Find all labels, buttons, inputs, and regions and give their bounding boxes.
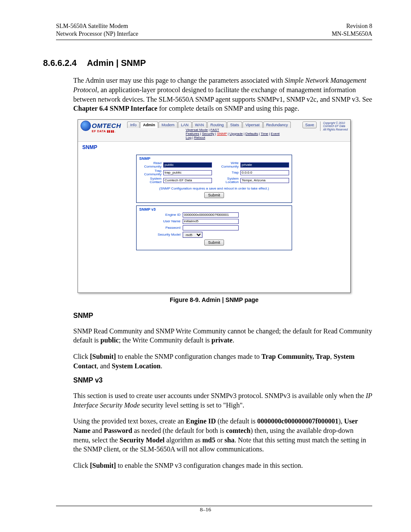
webshot-body: SNMP SNMP Read Community Write Community (78, 141, 350, 292)
intro-paragraph: The Admin user may use this page to chan… (73, 76, 372, 113)
subnav-reboot[interactable]: Reboot (194, 136, 205, 140)
tab-lan[interactable]: LAN (178, 121, 192, 128)
snmp-subheading: SNMP (73, 312, 372, 320)
tab-routing[interactable]: Routing (207, 121, 227, 128)
snmp-webshot: OMTECH EF DATA ▮▮▮▮. InfoAdminModemLANWA… (78, 119, 351, 293)
subnav-vipersat-mode[interactable]: Vipersat Mode (186, 128, 208, 132)
snmp-submit-button[interactable]: Submit (204, 192, 224, 198)
security-model-select[interactable]: md5 (183, 232, 202, 238)
trap-community-input[interactable] (163, 170, 212, 175)
tab-vipersat[interactable]: Vipersat (243, 121, 263, 128)
system-location-input[interactable] (240, 178, 289, 183)
snmpv3-subheading: SNMP v3 (73, 376, 372, 384)
page-number: 8–16 (0, 506, 411, 513)
snmp-box: SNMP Read Community Write Community (136, 155, 292, 203)
globe-icon (81, 121, 91, 131)
system-contact-input[interactable] (163, 178, 212, 183)
section-number: 8.6.6.2.4 (43, 58, 77, 68)
tab-wan[interactable]: WAN (192, 121, 207, 128)
subnav-snmp[interactable]: SNMP (217, 132, 227, 136)
snmp-note: (SNMP Configuration requires a save and … (139, 187, 289, 190)
engine-id-label: Engine ID (139, 213, 181, 217)
engine-id-input[interactable] (183, 212, 239, 218)
system-contact-label: System Contact (139, 177, 162, 184)
subnav-security[interactable]: Security (202, 132, 215, 136)
section-heading: 8.6.6.2.4Admin | SNMP (43, 58, 372, 68)
brand-name: OMTECH (92, 122, 121, 129)
trap-community-label: Trap Community (139, 169, 162, 176)
v3-paragraph-1: This section is used to create user acco… (73, 391, 372, 410)
snmpv3-submit-button[interactable]: Submit (204, 240, 224, 246)
v3-paragraph-2: Using the provided text boxes, create an… (73, 417, 372, 454)
write-community-input[interactable] (240, 162, 289, 168)
tab-admin[interactable]: Admin (140, 121, 158, 128)
brand-subline: EF DATA ▮▮▮▮. (92, 130, 124, 133)
snmpv3-box: SNMP v3 Engine ID User Name Password (136, 205, 292, 250)
snmp-paragraph-2: Click [Submit] to enable the SNMP config… (73, 352, 372, 370)
header-left-2: Network Processor (NP) Interface (56, 30, 138, 38)
security-model-label: Security Model (139, 233, 181, 236)
page-title: SNMP (82, 144, 346, 150)
user-name-label: User Name (139, 219, 181, 223)
copyright: Copyright © 2010 Comtech EF Data All Rig… (320, 121, 348, 131)
trap-input[interactable] (240, 170, 289, 175)
trap-label: Trap (216, 171, 239, 174)
user-name-input[interactable] (183, 219, 239, 224)
read-community-label: Read Community (139, 162, 162, 168)
header-rule (56, 40, 372, 40)
password-label: Password (139, 226, 181, 230)
snmp-box-title: SNMP (137, 155, 292, 161)
main-tabs: InfoAdminModemLANWANRoutingStatsVipersat… (127, 121, 300, 128)
tab-modem[interactable]: Modem (159, 121, 177, 128)
subnav-time[interactable]: Time (261, 132, 268, 136)
section-title: Admin | SNMP (87, 58, 146, 68)
webshot-header: OMTECH EF DATA ▮▮▮▮. InfoAdminModemLANWA… (78, 120, 350, 141)
header-right-1: Revision 8 (332, 22, 372, 30)
read-community-input[interactable] (163, 162, 212, 168)
write-community-label: Write Community (216, 162, 239, 168)
figure-caption: Figure 8-9. Admin | SNMP page (56, 296, 372, 303)
v3-paragraph-3: Click [Submit] to enable the SNMP v3 con… (73, 461, 372, 470)
page-header: SLM-5650A Satellite Modem Network Proces… (56, 22, 372, 38)
snmpv3-box-title: SNMP v3 (137, 206, 292, 212)
sub-nav: Vipersat Mode|FAST Features|Security|SNM… (186, 128, 300, 140)
subnav-defaults[interactable]: Defaults (246, 132, 258, 136)
tab-info[interactable]: Info (127, 121, 140, 128)
tab-stats[interactable]: Stats (227, 121, 242, 128)
subnav-upgrade[interactable]: Upgrade (230, 132, 243, 136)
tab-redundancy[interactable]: Redundancy (263, 121, 291, 128)
header-right-2: MN-SLM5650A (332, 30, 372, 38)
save-button[interactable]: Save (302, 121, 317, 128)
password-input[interactable] (183, 225, 239, 230)
system-location-label: System Location (216, 177, 239, 184)
header-left-1: SLM-5650A Satellite Modem (56, 22, 138, 30)
snmp-paragraph-1: SNMP Read Community and SNMP Write Commu… (73, 327, 372, 345)
